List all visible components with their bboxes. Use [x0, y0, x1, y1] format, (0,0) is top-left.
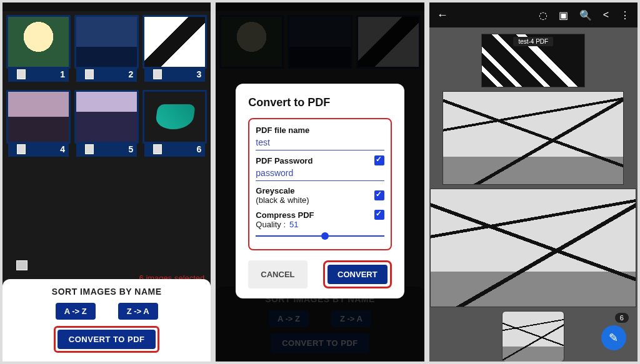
pdf-preview-panel: ← ◌ ▣ 🔍 < ⋮ test-4 PDF 6 ✎	[427, 0, 640, 364]
convert-dialog: Convert to PDF PDF file name PDF Passwor…	[236, 84, 404, 298]
password-label: PDF Password	[256, 156, 312, 165]
cancel-button[interactable]: CANCEL	[248, 260, 307, 288]
thumb-2[interactable]: 2	[74, 15, 139, 69]
more-icon[interactable]: ⋮	[620, 9, 630, 21]
quality-slider[interactable]	[256, 235, 384, 237]
quality-label: Quality :51	[256, 220, 384, 229]
sort-za-button[interactable]: Z -> A	[118, 303, 158, 320]
trash-icon[interactable]	[85, 69, 94, 79]
thumb-6[interactable]: 6	[142, 90, 207, 144]
topbar: ← ◌ ▣ 🔍 < ⋮	[429, 2, 638, 27]
back-icon[interactable]: ←	[437, 9, 448, 22]
drop-icon[interactable]: ◌	[539, 9, 548, 21]
convert-highlight: CONVERT TO PDF	[54, 326, 160, 353]
share-icon[interactable]: <	[603, 9, 609, 21]
thumb-5[interactable]: 5	[74, 90, 139, 144]
filename-input[interactable]	[256, 135, 384, 150]
dialog-panel: SORT IMAGES BY NAME A -> Z Z -> A CONVER…	[213, 0, 426, 364]
bottom-card: SORT IMAGES BY NAME A -> Z Z -> A CONVER…	[2, 279, 211, 362]
thumb-1[interactable]: 1	[6, 15, 71, 69]
compress-checkbox[interactable]	[374, 210, 384, 220]
trash-icon[interactable]	[17, 69, 26, 79]
convert-highlight: CONVERT	[323, 260, 392, 288]
trash-icon[interactable]	[153, 69, 162, 79]
file-chip: test-4 PDF	[513, 37, 553, 46]
options-highlight: PDF file name PDF Password Greyscale (bl…	[248, 118, 391, 250]
trash-icon[interactable]	[153, 144, 162, 154]
trash-icon[interactable]	[17, 144, 26, 154]
status-bar	[2, 2, 211, 11]
pdf-page-4[interactable]	[502, 311, 564, 362]
convert-to-pdf-button[interactable]: CONVERT TO PDF	[58, 330, 156, 349]
sort-title: SORT IMAGES BY NAME	[15, 287, 198, 297]
greyscale-label: Greyscale (black & white)	[256, 186, 309, 205]
crop-icon[interactable]: ▣	[559, 9, 568, 21]
filename-label: PDF file name	[256, 125, 384, 135]
gallery-grid: 1 2 3 4 5 6	[2, 11, 211, 147]
pdf-page-3[interactable]	[430, 189, 636, 307]
pdf-scroll-area[interactable]: test-4 PDF 6 ✎	[429, 27, 638, 362]
compress-label: Compress PDF	[256, 210, 314, 220]
gallery-panel: 1 2 3 4 5 6 6 images selected SORT IMAGE…	[0, 0, 213, 364]
trash-icon[interactable]	[85, 144, 94, 154]
sort-az-button[interactable]: A -> Z	[56, 303, 96, 320]
password-checkbox[interactable]	[374, 155, 384, 165]
greyscale-checkbox[interactable]	[374, 190, 384, 200]
edit-fab[interactable]: ✎	[601, 325, 626, 350]
thumb-4[interactable]: 4	[6, 90, 71, 144]
pdf-page-2[interactable]	[442, 91, 624, 185]
search-icon[interactable]: 🔍	[579, 9, 592, 21]
thumb-3[interactable]: 3	[142, 15, 207, 69]
dialog-title: Convert to PDF	[248, 96, 391, 109]
album-icon[interactable]	[16, 260, 28, 270]
pdf-page-1[interactable]: test-4 PDF	[481, 34, 585, 87]
page-count-chip: 6	[615, 313, 629, 323]
password-input[interactable]	[256, 165, 384, 181]
convert-button[interactable]: CONVERT	[328, 265, 388, 284]
